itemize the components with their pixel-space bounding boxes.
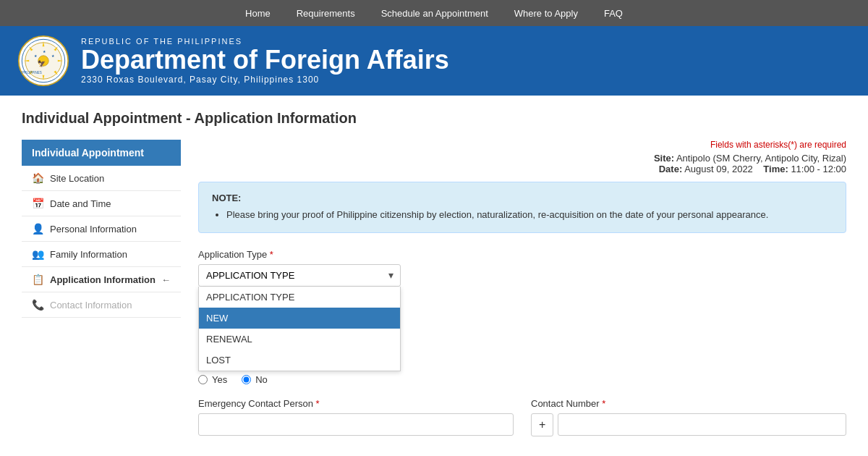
- main-layout: Individual Appointment 🏠 Site Location 📅…: [22, 140, 846, 449]
- app-type-group: Application Type * APPLICATION TYPE NEW …: [198, 249, 846, 287]
- date-time-line: Date: August 09, 2022 Time: 11:00 - 12:0…: [198, 164, 846, 174]
- sidebar-item-contact-info: 📞 Contact Information: [22, 292, 181, 318]
- contact-number-wrapper: +: [531, 413, 846, 436]
- app-type-select[interactable]: APPLICATION TYPE NEW RENEWAL LOST: [198, 264, 401, 287]
- person-icon: 👤: [32, 223, 44, 235]
- nav-faq[interactable]: FAQ: [591, 2, 636, 25]
- nav-where[interactable]: Where to Apply: [501, 2, 591, 25]
- sidebar-label-site-location: Site Location: [50, 173, 104, 184]
- sidebar-item-app-info[interactable]: 📋 Application Information ←: [22, 267, 181, 292]
- dept-address: 2330 Roxas Boulevard, Pasay City, Philip…: [81, 75, 449, 85]
- sidebar-label-app-info: Application Information: [50, 274, 156, 285]
- emergency-contact-row: Emergency Contact Person * Contact Numbe…: [198, 398, 846, 449]
- sidebar-label-contact-info: Contact Information: [50, 300, 132, 311]
- sidebar-item-site-location[interactable]: 🏠 Site Location: [22, 166, 181, 191]
- page-title-suffix: - Application Information: [186, 110, 357, 126]
- nav-requirements[interactable]: Requirements: [284, 2, 368, 25]
- page-title-prefix: Individual Appointment: [22, 110, 182, 126]
- phone-icon: 📞: [32, 299, 44, 311]
- home-icon: 🏠: [32, 172, 44, 184]
- header-text: Republic of the Philippines Department o…: [81, 37, 449, 85]
- app-type-select-wrapper: APPLICATION TYPE NEW RENEWAL LOST ▾ APPL…: [198, 264, 401, 287]
- sidebar-item-date-time[interactable]: 📅 Date and Time: [22, 191, 181, 216]
- app-type-dropdown: APPLICATION TYPE NEW RENEWAL LOST: [198, 287, 401, 371]
- site-value: Antipolo (SM Cherry, Antipolo City, Riza…: [676, 153, 846, 164]
- add-contact-button[interactable]: +: [531, 413, 553, 436]
- dropdown-option-new[interactable]: NEW: [199, 308, 400, 329]
- nav-schedule[interactable]: Schedule an Appointment: [368, 2, 501, 25]
- required-star3: *: [316, 398, 320, 409]
- note-title: NOTE:: [212, 193, 833, 203]
- sidebar-label-personal-info: Personal Information: [50, 224, 137, 235]
- sidebar-label-family-info: Family Information: [50, 249, 127, 260]
- foreign-no-radio[interactable]: [242, 375, 251, 384]
- emergency-contact-group: Emergency Contact Person *: [198, 398, 514, 436]
- foreign-passport-radio-group: Yes No: [198, 374, 846, 385]
- note-box: NOTE: Please bring your proof of Philipp…: [198, 182, 846, 233]
- family-icon: 👥: [32, 248, 44, 260]
- required-note: Fields with asterisks(*) are required: [198, 140, 846, 150]
- dropdown-option-lost[interactable]: LOST: [199, 350, 400, 371]
- date-value: August 09, 2022: [684, 164, 753, 174]
- dropdown-option-apptype[interactable]: APPLICATION TYPE: [199, 287, 400, 308]
- top-nav: Home Requirements Schedule an Appointmen…: [0, 0, 868, 26]
- sidebar: Individual Appointment 🏠 Site Location 📅…: [22, 140, 181, 449]
- contact-number-group: Contact Number * +: [531, 398, 846, 436]
- site-label: Site:: [654, 153, 674, 164]
- contact-number-input[interactable]: [558, 413, 846, 436]
- date-label: Date:: [659, 164, 683, 174]
- page-title: Individual Appointment - Application Inf…: [22, 110, 846, 127]
- svg-text:PHILIPPINES: PHILIPPINES: [22, 71, 42, 75]
- foreign-no-text: No: [255, 374, 268, 385]
- dept-name: Department of Foreign Affairs: [81, 46, 449, 75]
- sidebar-item-family-info[interactable]: 👥 Family Information: [22, 242, 181, 267]
- dfa-seal: ★ ★ ★ 🦅 PHILIPPINES: [17, 35, 69, 87]
- sidebar-header: Individual Appointment: [22, 140, 181, 166]
- form-area: Fields with asterisks(*) are required Si…: [198, 140, 846, 449]
- emergency-contact-label: Emergency Contact Person *: [198, 398, 514, 409]
- page-header: ★ ★ ★ 🦅 PHILIPPINES Republic of the Phil…: [0, 26, 868, 96]
- note-body: Please bring your proof of Philippine ci…: [226, 208, 833, 222]
- foreign-yes-label[interactable]: Yes: [198, 374, 227, 385]
- dropdown-option-renewal[interactable]: RENEWAL: [199, 329, 400, 350]
- app-type-label: Application Type *: [198, 249, 846, 260]
- app-icon: 📋: [32, 274, 44, 285]
- time-value: 11:00 - 12:00: [791, 164, 846, 174]
- foreign-no-label[interactable]: No: [242, 374, 268, 385]
- required-star: *: [270, 249, 273, 260]
- page-content: Individual Appointment - Application Inf…: [0, 96, 868, 456]
- calendar-icon: 📅: [32, 198, 44, 209]
- arrow-icon: ←: [161, 274, 171, 285]
- emergency-contact-input[interactable]: [198, 413, 514, 436]
- sidebar-label-date-time: Date and Time: [50, 198, 111, 209]
- sidebar-item-personal-info[interactable]: 👤 Personal Information: [22, 216, 181, 242]
- required-star4: *: [602, 398, 605, 409]
- time-label: Time:: [763, 164, 788, 174]
- svg-text:🦅: 🦅: [38, 59, 46, 68]
- foreign-yes-text: Yes: [212, 374, 227, 385]
- nav-home[interactable]: Home: [232, 2, 284, 25]
- contact-number-label: Contact Number *: [531, 398, 846, 409]
- foreign-yes-radio[interactable]: [198, 375, 208, 384]
- site-line: Site: Antipolo (SM Cherry, Antipolo City…: [198, 153, 846, 164]
- site-info: Fields with asterisks(*) are required Si…: [198, 140, 846, 174]
